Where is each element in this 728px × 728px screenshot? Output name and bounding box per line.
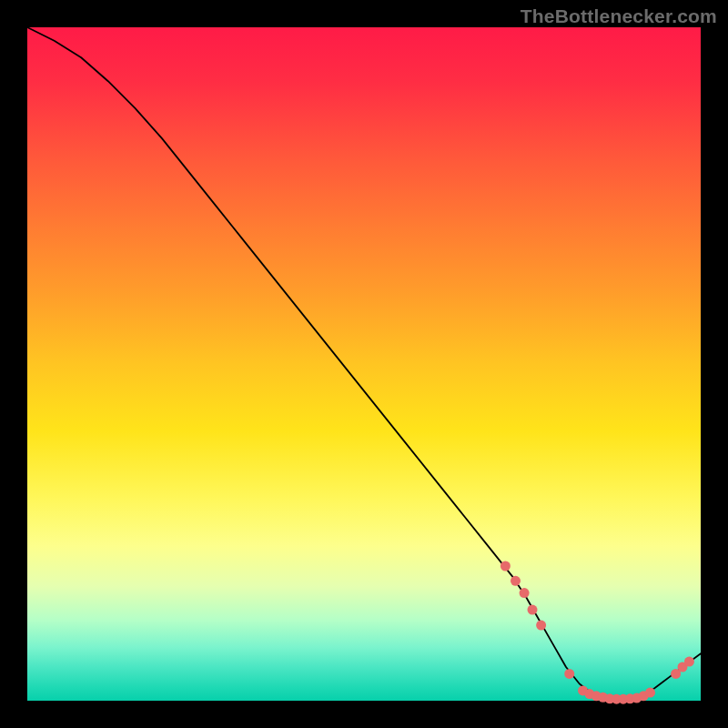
data-point bbox=[528, 605, 538, 615]
data-point bbox=[511, 576, 521, 586]
data-points-group bbox=[500, 561, 694, 704]
data-point bbox=[564, 669, 574, 679]
plot-area bbox=[27, 27, 701, 701]
watermark-text: TheBottlenecker.com bbox=[521, 5, 717, 27]
chart-root: TheBottlenecker.com bbox=[0, 0, 728, 728]
data-point bbox=[645, 688, 655, 698]
data-point bbox=[500, 561, 511, 571]
curve-line bbox=[27, 27, 701, 700]
data-point bbox=[536, 621, 546, 631]
data-point bbox=[684, 657, 694, 667]
data-point bbox=[520, 588, 530, 598]
chart-overlay-svg bbox=[27, 27, 701, 701]
